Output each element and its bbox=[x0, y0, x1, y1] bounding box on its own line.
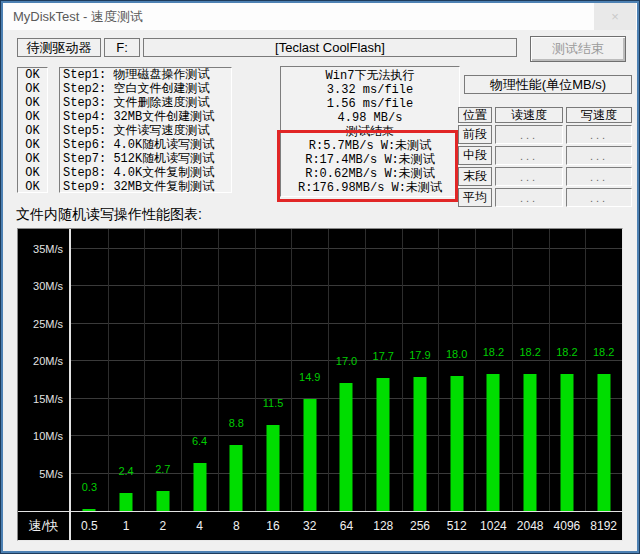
step-label: Step3: 文件删除速度测试 bbox=[60, 96, 231, 110]
table-header-cell: 位置 bbox=[458, 107, 492, 123]
bar-value-label: 18.2 bbox=[483, 346, 504, 358]
window-title: MyDiskTest - 速度测试 bbox=[13, 3, 143, 30]
app-window: MyDiskTest - 速度测试 × 待测驱动器 F: [Teclast Co… bbox=[0, 0, 640, 554]
y-axis-labels: 35M/s30M/s25M/s20M/s15M/s10M/s5M/s bbox=[18, 229, 69, 511]
table-value-cell: ... bbox=[495, 125, 563, 144]
step-result: R:5.7MB/s W:未测试 bbox=[281, 139, 459, 153]
bar-slot: 14.9 bbox=[291, 229, 328, 511]
drive-name: [Teclast CoolFlash] bbox=[144, 39, 516, 56]
step-result: Win7下无法执行 bbox=[281, 69, 459, 83]
x-tick-label: 0.5 bbox=[71, 512, 108, 540]
y-tick-label: 35M/s bbox=[33, 242, 63, 256]
axis-corner-label: 速/快 bbox=[18, 512, 69, 540]
x-tick-label: 1024 bbox=[475, 512, 512, 540]
table-value-cell: ... bbox=[566, 188, 632, 207]
drive-label: 待测驱动器 bbox=[18, 39, 100, 56]
bar-value-label: 18.2 bbox=[519, 346, 540, 358]
drive-letter-box: F: bbox=[104, 38, 140, 57]
drive-label-box: 待测驱动器 bbox=[17, 38, 101, 57]
bar-slot: 17.0 bbox=[328, 229, 365, 511]
bar bbox=[340, 383, 353, 511]
table-value-cell: ... bbox=[495, 188, 563, 207]
y-axis-line bbox=[69, 229, 71, 540]
bar-value-label: 18.0 bbox=[446, 348, 467, 360]
bar-slot: 11.5 bbox=[255, 229, 292, 511]
table-row-label: 中段 bbox=[458, 146, 492, 165]
bar-value-label: 17.7 bbox=[373, 350, 394, 362]
bar bbox=[230, 445, 243, 511]
close-icon: × bbox=[611, 9, 619, 24]
status-list: OKOKOKOKOKOKOKOKOK bbox=[17, 67, 48, 193]
bar-value-label: 8.8 bbox=[229, 417, 244, 429]
step-label: Step4: 32MB文件创建测试 bbox=[60, 110, 231, 124]
bar-slot: 18.0 bbox=[438, 229, 475, 511]
table-value-cell: ... bbox=[495, 167, 563, 186]
bar-slot: 0.3 bbox=[71, 229, 108, 511]
steps-list: Step1: 物理磁盘操作测试Step2: 空白文件创建测试Step3: 文件删… bbox=[59, 67, 232, 193]
bar bbox=[560, 374, 573, 511]
x-tick-label: 2048 bbox=[512, 512, 549, 540]
table-value-cell: ... bbox=[566, 125, 632, 144]
physical-performance-title-box: 物理性能(单位MB/s) bbox=[464, 75, 632, 94]
x-tick-label: 1 bbox=[108, 512, 145, 540]
finish-test-button[interactable]: 测试结束 bbox=[530, 36, 626, 62]
x-tick-label: 256 bbox=[402, 512, 439, 540]
step-label: Step1: 物理磁盘操作测试 bbox=[60, 68, 231, 82]
plot-area: 0.32.42.76.48.811.514.917.017.717.918.01… bbox=[71, 229, 622, 511]
bar-slot: 18.2 bbox=[475, 229, 512, 511]
bar-value-label: 2.4 bbox=[118, 465, 133, 477]
bar-value-label: 6.4 bbox=[192, 435, 207, 447]
bar-slot: 2.7 bbox=[144, 229, 181, 511]
bar-value-label: 17.9 bbox=[409, 349, 430, 361]
x-tick-label: 16 bbox=[255, 512, 292, 540]
bar bbox=[377, 378, 390, 511]
close-button[interactable]: × bbox=[594, 3, 636, 30]
physical-performance-title: 物理性能(单位MB/s) bbox=[465, 76, 631, 93]
bar-slot: 17.9 bbox=[402, 229, 439, 511]
bar-slot: 18.2 bbox=[585, 229, 622, 511]
step-result: 1.56 ms/file bbox=[281, 97, 459, 111]
title-bar: MyDiskTest - 速度测试 bbox=[3, 3, 637, 30]
physical-performance-table: 位置读速度写速度前段......中段......末段......平均...... bbox=[458, 107, 632, 207]
bar-slot: 8.8 bbox=[218, 229, 255, 511]
x-tick-label: 64 bbox=[328, 512, 365, 540]
bar-slot: 6.4 bbox=[181, 229, 218, 511]
drive-name-box: [Teclast CoolFlash] bbox=[143, 38, 517, 57]
x-tick-label: 128 bbox=[365, 512, 402, 540]
bar-value-label: 2.7 bbox=[155, 463, 170, 475]
bar bbox=[156, 491, 169, 511]
finish-test-button-label: 测试结束 bbox=[552, 41, 604, 56]
x-tick-label: 4 bbox=[181, 512, 218, 540]
bar bbox=[597, 374, 610, 511]
step-status: OK bbox=[18, 124, 47, 138]
x-tick-label: 512 bbox=[438, 512, 475, 540]
bar-value-label: 18.2 bbox=[593, 346, 614, 358]
y-tick-label: 10M/s bbox=[33, 429, 63, 443]
step-status: OK bbox=[18, 138, 47, 152]
table-header-cell: 写速度 bbox=[566, 107, 632, 123]
y-tick-label: 5M/s bbox=[39, 467, 63, 481]
y-tick-label: 15M/s bbox=[33, 392, 63, 406]
drive-letter: F: bbox=[105, 39, 139, 56]
step-label: Step9: 32MB文件复制测试 bbox=[60, 180, 231, 193]
step-status: OK bbox=[18, 82, 47, 96]
x-axis-labels: 0.512481632641282565121024204840968192 bbox=[71, 512, 622, 540]
bar bbox=[120, 493, 133, 511]
bar-value-label: 11.5 bbox=[263, 397, 284, 409]
step-result: R:17.4MB/s W:未测试 bbox=[281, 153, 459, 167]
bar bbox=[413, 377, 426, 511]
x-tick-label: 32 bbox=[291, 512, 328, 540]
step-label: Step8: 4.0K文件复制测试 bbox=[60, 166, 231, 180]
table-value-cell: ... bbox=[566, 167, 632, 186]
bar-slot: 18.2 bbox=[549, 229, 586, 511]
table-row-label: 前段 bbox=[458, 125, 492, 144]
table-value-cell: ... bbox=[495, 146, 563, 165]
step-result: R:176.98MB/s W:未测试 bbox=[281, 181, 459, 195]
x-tick-label: 2 bbox=[144, 512, 181, 540]
x-tick-label: 8 bbox=[218, 512, 255, 540]
results-list: Win7下无法执行3.32 ms/file1.56 ms/file4.98 MB… bbox=[280, 66, 460, 197]
table-row-label: 平均 bbox=[458, 188, 492, 207]
step-result: 测试结束 bbox=[281, 125, 459, 139]
step-label: Step6: 4.0K随机读写测试 bbox=[60, 138, 231, 152]
step-status: OK bbox=[18, 180, 47, 193]
